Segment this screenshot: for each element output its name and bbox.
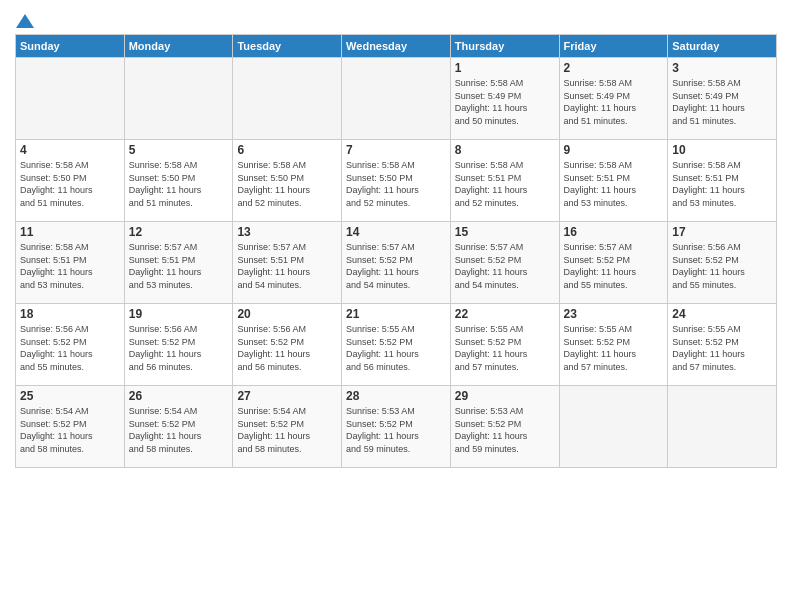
day-info: Sunrise: 5:56 AM Sunset: 5:52 PM Dayligh… (129, 323, 229, 373)
day-info: Sunrise: 5:54 AM Sunset: 5:52 PM Dayligh… (237, 405, 337, 455)
logo (15, 14, 34, 28)
calendar-day-header: Thursday (450, 35, 559, 58)
calendar-cell: 2Sunrise: 5:58 AM Sunset: 5:49 PM Daylig… (559, 58, 668, 140)
day-number: 8 (455, 143, 555, 157)
calendar-week-row: 11Sunrise: 5:58 AM Sunset: 5:51 PM Dayli… (16, 222, 777, 304)
day-info: Sunrise: 5:54 AM Sunset: 5:52 PM Dayligh… (129, 405, 229, 455)
calendar-week-row: 25Sunrise: 5:54 AM Sunset: 5:52 PM Dayli… (16, 386, 777, 468)
day-info: Sunrise: 5:55 AM Sunset: 5:52 PM Dayligh… (346, 323, 446, 373)
calendar-cell: 16Sunrise: 5:57 AM Sunset: 5:52 PM Dayli… (559, 222, 668, 304)
calendar-day-header: Tuesday (233, 35, 342, 58)
calendar-cell: 4Sunrise: 5:58 AM Sunset: 5:50 PM Daylig… (16, 140, 125, 222)
day-number: 27 (237, 389, 337, 403)
header (15, 10, 777, 28)
day-info: Sunrise: 5:57 AM Sunset: 5:52 PM Dayligh… (455, 241, 555, 291)
svg-marker-0 (16, 14, 34, 28)
calendar-week-row: 18Sunrise: 5:56 AM Sunset: 5:52 PM Dayli… (16, 304, 777, 386)
day-number: 13 (237, 225, 337, 239)
calendar-week-row: 4Sunrise: 5:58 AM Sunset: 5:50 PM Daylig… (16, 140, 777, 222)
day-info: Sunrise: 5:55 AM Sunset: 5:52 PM Dayligh… (672, 323, 772, 373)
day-number: 15 (455, 225, 555, 239)
day-number: 9 (564, 143, 664, 157)
calendar-cell (668, 386, 777, 468)
day-info: Sunrise: 5:57 AM Sunset: 5:52 PM Dayligh… (346, 241, 446, 291)
calendar-cell: 6Sunrise: 5:58 AM Sunset: 5:50 PM Daylig… (233, 140, 342, 222)
day-number: 18 (20, 307, 120, 321)
day-info: Sunrise: 5:58 AM Sunset: 5:49 PM Dayligh… (455, 77, 555, 127)
calendar-cell: 10Sunrise: 5:58 AM Sunset: 5:51 PM Dayli… (668, 140, 777, 222)
calendar-cell: 1Sunrise: 5:58 AM Sunset: 5:49 PM Daylig… (450, 58, 559, 140)
day-number: 22 (455, 307, 555, 321)
day-number: 19 (129, 307, 229, 321)
day-info: Sunrise: 5:58 AM Sunset: 5:50 PM Dayligh… (20, 159, 120, 209)
calendar-cell: 12Sunrise: 5:57 AM Sunset: 5:51 PM Dayli… (124, 222, 233, 304)
day-info: Sunrise: 5:55 AM Sunset: 5:52 PM Dayligh… (455, 323, 555, 373)
day-number: 21 (346, 307, 446, 321)
day-number: 1 (455, 61, 555, 75)
calendar-cell: 14Sunrise: 5:57 AM Sunset: 5:52 PM Dayli… (342, 222, 451, 304)
day-number: 11 (20, 225, 120, 239)
day-info: Sunrise: 5:56 AM Sunset: 5:52 PM Dayligh… (237, 323, 337, 373)
day-info: Sunrise: 5:55 AM Sunset: 5:52 PM Dayligh… (564, 323, 664, 373)
calendar-cell: 3Sunrise: 5:58 AM Sunset: 5:49 PM Daylig… (668, 58, 777, 140)
day-number: 12 (129, 225, 229, 239)
day-number: 20 (237, 307, 337, 321)
day-info: Sunrise: 5:56 AM Sunset: 5:52 PM Dayligh… (20, 323, 120, 373)
day-number: 7 (346, 143, 446, 157)
calendar-cell: 13Sunrise: 5:57 AM Sunset: 5:51 PM Dayli… (233, 222, 342, 304)
calendar-cell: 18Sunrise: 5:56 AM Sunset: 5:52 PM Dayli… (16, 304, 125, 386)
calendar-day-header: Wednesday (342, 35, 451, 58)
day-number: 14 (346, 225, 446, 239)
day-info: Sunrise: 5:58 AM Sunset: 5:50 PM Dayligh… (237, 159, 337, 209)
day-info: Sunrise: 5:58 AM Sunset: 5:51 PM Dayligh… (564, 159, 664, 209)
day-number: 17 (672, 225, 772, 239)
day-number: 29 (455, 389, 555, 403)
day-info: Sunrise: 5:58 AM Sunset: 5:49 PM Dayligh… (564, 77, 664, 127)
day-info: Sunrise: 5:53 AM Sunset: 5:52 PM Dayligh… (455, 405, 555, 455)
calendar-day-header: Sunday (16, 35, 125, 58)
calendar-cell: 26Sunrise: 5:54 AM Sunset: 5:52 PM Dayli… (124, 386, 233, 468)
calendar-cell (16, 58, 125, 140)
day-number: 26 (129, 389, 229, 403)
calendar-table: SundayMondayTuesdayWednesdayThursdayFrid… (15, 34, 777, 468)
day-info: Sunrise: 5:57 AM Sunset: 5:51 PM Dayligh… (129, 241, 229, 291)
day-number: 6 (237, 143, 337, 157)
day-number: 10 (672, 143, 772, 157)
day-number: 25 (20, 389, 120, 403)
day-info: Sunrise: 5:58 AM Sunset: 5:51 PM Dayligh… (20, 241, 120, 291)
logo-triangle-icon (16, 12, 34, 30)
calendar-cell: 17Sunrise: 5:56 AM Sunset: 5:52 PM Dayli… (668, 222, 777, 304)
calendar-cell: 27Sunrise: 5:54 AM Sunset: 5:52 PM Dayli… (233, 386, 342, 468)
calendar-day-header: Saturday (668, 35, 777, 58)
calendar-day-header: Monday (124, 35, 233, 58)
calendar-cell: 11Sunrise: 5:58 AM Sunset: 5:51 PM Dayli… (16, 222, 125, 304)
calendar-cell: 5Sunrise: 5:58 AM Sunset: 5:50 PM Daylig… (124, 140, 233, 222)
day-info: Sunrise: 5:56 AM Sunset: 5:52 PM Dayligh… (672, 241, 772, 291)
day-number: 3 (672, 61, 772, 75)
day-info: Sunrise: 5:58 AM Sunset: 5:50 PM Dayligh… (346, 159, 446, 209)
calendar-day-header: Friday (559, 35, 668, 58)
day-number: 28 (346, 389, 446, 403)
day-number: 16 (564, 225, 664, 239)
calendar-cell: 29Sunrise: 5:53 AM Sunset: 5:52 PM Dayli… (450, 386, 559, 468)
calendar-cell: 21Sunrise: 5:55 AM Sunset: 5:52 PM Dayli… (342, 304, 451, 386)
day-number: 23 (564, 307, 664, 321)
day-info: Sunrise: 5:58 AM Sunset: 5:51 PM Dayligh… (672, 159, 772, 209)
calendar-cell: 20Sunrise: 5:56 AM Sunset: 5:52 PM Dayli… (233, 304, 342, 386)
calendar-cell (559, 386, 668, 468)
calendar-cell: 15Sunrise: 5:57 AM Sunset: 5:52 PM Dayli… (450, 222, 559, 304)
calendar-week-row: 1Sunrise: 5:58 AM Sunset: 5:49 PM Daylig… (16, 58, 777, 140)
day-info: Sunrise: 5:54 AM Sunset: 5:52 PM Dayligh… (20, 405, 120, 455)
day-number: 4 (20, 143, 120, 157)
calendar-cell: 24Sunrise: 5:55 AM Sunset: 5:52 PM Dayli… (668, 304, 777, 386)
page: SundayMondayTuesdayWednesdayThursdayFrid… (0, 0, 792, 612)
day-info: Sunrise: 5:57 AM Sunset: 5:52 PM Dayligh… (564, 241, 664, 291)
calendar-cell: 9Sunrise: 5:58 AM Sunset: 5:51 PM Daylig… (559, 140, 668, 222)
day-info: Sunrise: 5:58 AM Sunset: 5:50 PM Dayligh… (129, 159, 229, 209)
calendar-cell: 22Sunrise: 5:55 AM Sunset: 5:52 PM Dayli… (450, 304, 559, 386)
calendar-cell: 7Sunrise: 5:58 AM Sunset: 5:50 PM Daylig… (342, 140, 451, 222)
calendar-cell (124, 58, 233, 140)
calendar-cell: 23Sunrise: 5:55 AM Sunset: 5:52 PM Dayli… (559, 304, 668, 386)
day-info: Sunrise: 5:58 AM Sunset: 5:51 PM Dayligh… (455, 159, 555, 209)
day-number: 5 (129, 143, 229, 157)
